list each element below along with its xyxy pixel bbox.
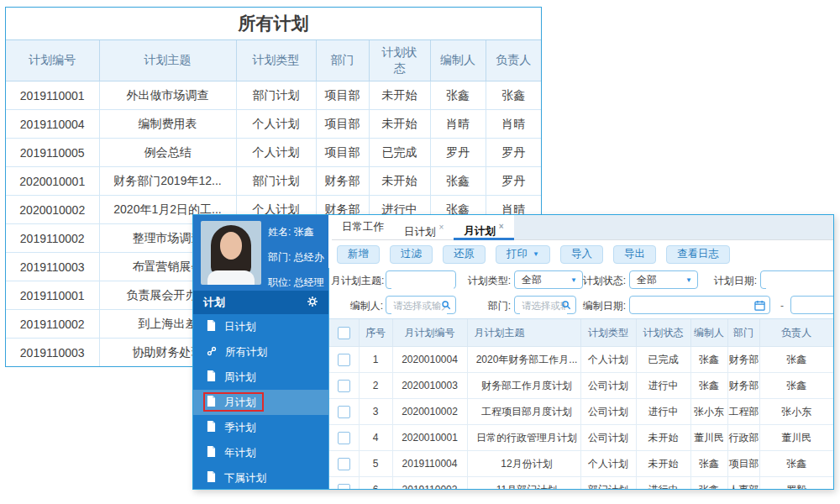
button-label: 查看日志 (677, 247, 719, 261)
avatar-shirt (207, 270, 255, 285)
id-link[interactable]: 2020010004 (392, 347, 467, 373)
button-label: 过滤 (401, 247, 422, 261)
chevron-down-icon: ▼ (533, 250, 539, 258)
gear-icon[interactable] (307, 296, 318, 310)
row-checkbox[interactable] (338, 432, 350, 444)
creator-link[interactable]: 张小东 (690, 399, 727, 425)
profile-title: 职位: 总经理 (268, 276, 324, 290)
select-all-header-cell (329, 319, 359, 347)
tab-日计划[interactable]: 日计划× (394, 215, 454, 240)
toolbar-button-过滤[interactable]: 过滤 (390, 245, 433, 264)
created-date-end-input[interactable] (790, 296, 833, 314)
subject-link[interactable]: 日常的行政管理月计划 (467, 425, 580, 451)
avatar-face (220, 232, 242, 260)
created-date-start-input[interactable] (629, 296, 770, 314)
sidebar-item-季计划[interactable]: 季计划 (193, 415, 328, 440)
filter-row-2: 编制人: 部门: 编制日期: - (329, 293, 833, 318)
creator-link[interactable]: 张鑫 (690, 451, 727, 477)
toolbar-button-查看日志[interactable]: 查看日志 (666, 245, 730, 264)
id-link[interactable]: 2019110002 (392, 477, 467, 490)
plan-type-select[interactable]: 全部 ▼ (514, 270, 583, 289)
toolbar-button-导出[interactable]: 导出 (613, 245, 656, 264)
column-header-计划状态: 计划状态 (369, 40, 430, 81)
row-checkbox[interactable] (338, 354, 350, 366)
subject-link[interactable]: 12月份计划 (467, 451, 580, 477)
owner-link[interactable]: 张鑫 (759, 373, 833, 399)
plan-date-input[interactable] (766, 272, 833, 289)
dept-search-input[interactable] (520, 297, 567, 314)
sidebar-item-年计划[interactable]: 年计划 (193, 440, 328, 465)
cell: 未开始 (369, 167, 430, 196)
column-header-负责人: 负责人 (759, 319, 833, 347)
creator-link[interactable]: 张鑫 (690, 347, 727, 373)
column-header-计划编号: 计划编号 (6, 40, 99, 81)
cell: 2020010002 (6, 196, 99, 224)
row-checkbox[interactable] (338, 484, 350, 490)
subject-filter-input[interactable] (391, 272, 454, 289)
select-all-checkbox[interactable] (338, 327, 350, 339)
creator-link[interactable]: 董川民 (690, 425, 727, 451)
close-icon[interactable]: × (499, 222, 504, 231)
document-icon (207, 471, 216, 485)
owner-link[interactable]: 罗毅 (759, 477, 833, 490)
sidebar-item-月计划[interactable]: 月计划 (193, 390, 328, 415)
document-icon (207, 320, 216, 333)
subject-link[interactable]: 工程项目部月度计划 (467, 399, 580, 425)
row-checkbox[interactable] (338, 458, 350, 470)
cell: 2019110004 (6, 110, 99, 139)
plan-status-select[interactable]: 全部 ▼ (629, 270, 698, 289)
sidebar-item-下属计划[interactable]: 下属计划 (193, 465, 328, 489)
id-link[interactable]: 2020010001 (392, 425, 467, 451)
column-header-计划类型: 计划类型 (236, 40, 316, 81)
row-checkbox[interactable] (338, 406, 350, 418)
sidebar-section-plan[interactable]: 计划 (193, 291, 328, 314)
cell: 2019110003 (6, 253, 99, 281)
toolbar-button-还原[interactable]: 还原 (443, 245, 486, 264)
tab-bar: 日常工作日计划×月计划× (328, 215, 833, 240)
filter-and-table: 月计划主题: 计划类型: 全部 ▼ 计划状态: 全部 ▼ 计划日期: (328, 268, 833, 489)
screen: 所有计划 计划编号计划主题计划类型部门计划状态编制人负责人 2019110001… (0, 0, 840, 504)
owner-link[interactable]: 张鑫 (759, 347, 833, 373)
subject-link[interactable]: 11月部门计划 (467, 477, 580, 490)
cell: 肖晴 (430, 110, 486, 139)
id-link[interactable]: 2020010002 (392, 399, 467, 425)
toolbar-button-导入[interactable]: 导入 (560, 245, 603, 264)
cell: 财务部门2019年12... (99, 167, 236, 196)
id-link[interactable]: 2020010003 (392, 373, 467, 399)
sidebar-item-日计划[interactable]: 日计划 (193, 314, 328, 339)
creator-search-input[interactable] (391, 297, 447, 314)
creator-link[interactable]: 张鑫 (690, 373, 727, 399)
creator-link[interactable]: 张鑫 (690, 477, 727, 490)
toolbar-button-新增[interactable]: 新增 (337, 245, 380, 264)
checkbox-cell (329, 425, 359, 451)
main-area: 日常工作日计划×月计划× 新增过滤还原打印▼导入导出查看日志 月计划主题: 计划… (328, 215, 833, 489)
id-link[interactable]: 2019110004 (392, 451, 467, 477)
cell: 部门计划 (236, 167, 316, 196)
cell: 2 (359, 373, 392, 399)
monthly-plan-table: 序号月计划编号月计划主题计划类型计划状态编制人部门负责人 12020010004… (329, 319, 833, 489)
subject-link[interactable]: 财务部工作月度计划 (467, 373, 580, 399)
sidebar-item-所有计划[interactable]: 所有计划 (193, 339, 328, 365)
sidebar-item-周计划[interactable]: 周计划 (193, 365, 328, 390)
owner-link[interactable]: 董川民 (759, 425, 833, 451)
close-icon[interactable]: × (439, 223, 444, 232)
cell: 财务部 (316, 167, 369, 196)
tab-月计划[interactable]: 月计划× (454, 215, 513, 240)
sidebar-item-label: 日计划 (224, 320, 256, 334)
highlight-annotation-box (203, 392, 264, 412)
table-header-row: 计划编号计划主题计划类型部门计划状态编制人负责人 (6, 40, 541, 81)
owner-link[interactable]: 张鑫 (759, 451, 833, 477)
cell: 个人计划 (580, 347, 636, 373)
row-checkbox[interactable] (338, 380, 350, 392)
tab-日常工作[interactable]: 日常工作 (332, 215, 394, 240)
button-label: 导入 (571, 247, 592, 261)
owner-link[interactable]: 张小东 (759, 399, 833, 425)
cell: 2019110005 (6, 139, 99, 167)
button-label: 导出 (624, 247, 645, 261)
tab-label: 日常工作 (342, 221, 384, 233)
subject-link[interactable]: 2020年财务部工作月... (467, 347, 580, 373)
toolbar-button-打印[interactable]: 打印▼ (496, 245, 550, 264)
cell: 已完成 (636, 347, 690, 373)
cell: 部门计划 (580, 477, 636, 490)
cell: 进行中 (636, 373, 690, 399)
